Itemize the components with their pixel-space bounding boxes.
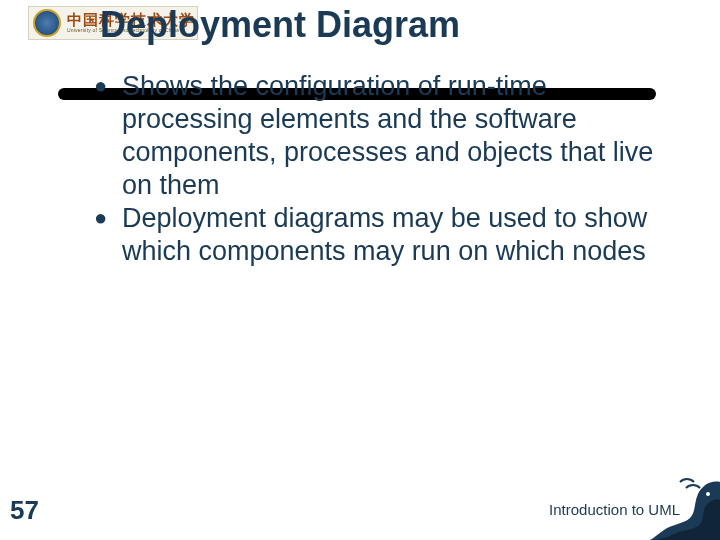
svg-point-0 (706, 492, 710, 496)
bullet-item: ● Shows the configuration of run-time pr… (94, 70, 659, 202)
bullet-text: Deployment diagrams may be used to show … (122, 202, 659, 268)
bullet-item: ● Deployment diagrams may be used to sho… (94, 202, 659, 268)
slide: 中国科学技术大学 University of Science and Techn… (0, 0, 720, 540)
bullet-icon: ● (94, 202, 122, 268)
seal-icon (33, 9, 61, 37)
bullet-icon: ● (94, 70, 122, 202)
slide-title: Deployment Diagram (100, 4, 460, 46)
bullet-text: Shows the configuration of run-time proc… (122, 70, 659, 202)
body-text: ● Shows the configuration of run-time pr… (94, 70, 659, 268)
page-number: 57 (10, 495, 39, 526)
dragon-icon (650, 472, 720, 540)
